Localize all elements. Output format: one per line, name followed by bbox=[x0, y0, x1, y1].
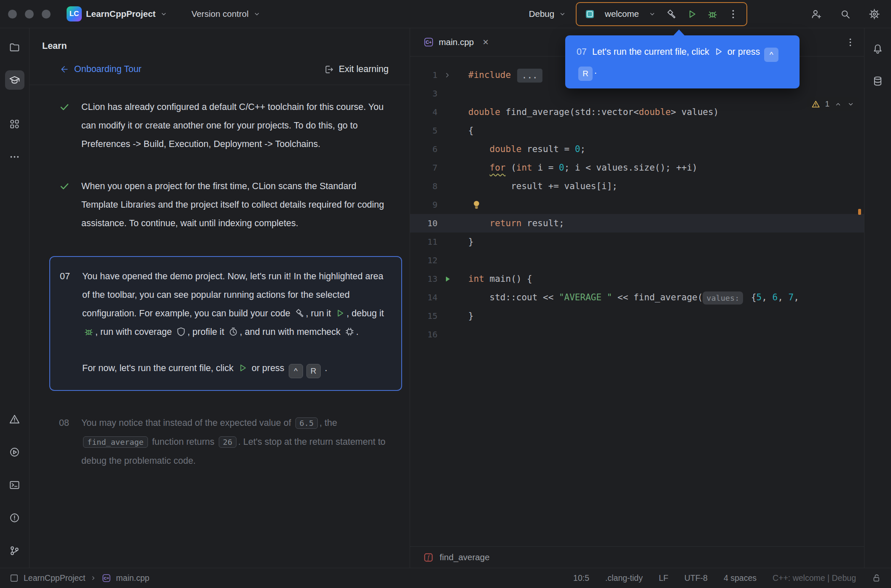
search-icon[interactable] bbox=[840, 8, 851, 20]
code-text bbox=[457, 325, 468, 344]
status-file-name[interactable]: main.cpp bbox=[116, 573, 149, 583]
line-number[interactable]: 4 bbox=[410, 103, 437, 121]
more-tool-windows-button[interactable] bbox=[5, 147, 24, 166]
zoom-window-button[interactable] bbox=[42, 10, 51, 19]
line-number[interactable]: 12 bbox=[410, 251, 437, 270]
gutter-slot bbox=[437, 140, 457, 158]
version-control-widget[interactable]: Version control bbox=[191, 9, 261, 19]
line-number[interactable]: 1 bbox=[410, 66, 437, 84]
status-project-name[interactable]: LearnCppProject bbox=[24, 573, 85, 583]
step-number: 08 bbox=[59, 414, 81, 470]
tab-main-cpp[interactable]: C+ main.cpp × bbox=[423, 37, 488, 48]
line-number[interactable]: 8 bbox=[410, 177, 437, 195]
line-number[interactable]: 13 bbox=[410, 270, 437, 288]
settings-gear-icon[interactable] bbox=[869, 8, 880, 20]
memcheck-icon bbox=[344, 326, 355, 337]
analyzer-label[interactable]: .clang-tidy bbox=[605, 573, 643, 583]
code-line[interactable]: 9 bbox=[410, 195, 864, 214]
editor-options-kebab-icon[interactable] bbox=[845, 37, 856, 48]
status-bar: LearnCppProject C+ main.cpp 10:5 .clang-… bbox=[0, 568, 891, 588]
code-text: std::cout << "AVERAGE " << find_average(… bbox=[457, 288, 799, 307]
line-number[interactable]: 10 bbox=[410, 214, 437, 233]
inspections-tool-button[interactable] bbox=[5, 508, 24, 527]
run-icon bbox=[713, 46, 724, 57]
next-problem-chevron-down-icon[interactable] bbox=[847, 100, 855, 108]
code-line[interactable]: 6 double result = 0; bbox=[410, 140, 864, 158]
line-ending-label[interactable]: LF bbox=[659, 573, 668, 583]
code-line[interactable]: 16 bbox=[410, 325, 864, 344]
encoding-label[interactable]: UTF-8 bbox=[684, 573, 708, 583]
chevron-down-icon bbox=[253, 10, 261, 18]
onboarding-tour-back-link[interactable]: Onboarding Tour bbox=[59, 64, 142, 75]
notifications-tool-button[interactable] bbox=[868, 39, 888, 59]
code-editor[interactable]: 1#include ...34double find_average(std::… bbox=[410, 56, 864, 546]
gutter-slot bbox=[437, 177, 457, 195]
exit-icon bbox=[324, 64, 334, 75]
fold-chevron-icon[interactable] bbox=[437, 66, 457, 84]
code-line[interactable]: 7 for (int i = 0; i < values.size(); ++i… bbox=[410, 158, 864, 177]
line-number[interactable]: 16 bbox=[410, 325, 437, 344]
services-tool-button[interactable] bbox=[5, 442, 24, 462]
exit-learning-button[interactable]: Exit learning bbox=[324, 64, 389, 75]
debug-button[interactable] bbox=[707, 8, 718, 20]
code-line[interactable]: 13int main() { bbox=[410, 270, 864, 288]
code-chip: find_average bbox=[83, 436, 148, 448]
code-text: #include ... bbox=[457, 66, 543, 84]
indent-label[interactable]: 4 spaces bbox=[724, 573, 757, 583]
line-number[interactable]: 11 bbox=[410, 233, 437, 251]
code-text: { bbox=[457, 121, 474, 140]
run-line-icon[interactable] bbox=[437, 270, 457, 288]
bulb-icon[interactable] bbox=[471, 199, 482, 210]
database-tool-button[interactable] bbox=[868, 71, 888, 91]
terminal-tool-button[interactable] bbox=[5, 475, 24, 494]
unlock-icon[interactable] bbox=[872, 573, 882, 583]
close-tab-icon[interactable]: × bbox=[483, 37, 488, 47]
line-number[interactable]: 9 bbox=[410, 195, 437, 214]
code-line[interactable]: 10 return result; bbox=[410, 214, 864, 233]
more-actions-kebab-icon[interactable] bbox=[727, 8, 739, 20]
code-line[interactable]: 12 bbox=[410, 251, 864, 270]
line-number[interactable]: 3 bbox=[410, 84, 437, 103]
run-icon bbox=[335, 308, 345, 318]
problems-tool-button[interactable] bbox=[5, 409, 24, 429]
onboarding-step: CLion has already configured a default C… bbox=[59, 98, 389, 153]
error-stripe-mark[interactable] bbox=[858, 209, 861, 215]
project-widget[interactable]: LC LearnCppProject bbox=[67, 6, 168, 21]
code-line[interactable]: 11} bbox=[410, 233, 864, 251]
breadcrumb-function-name[interactable]: find_average bbox=[440, 552, 490, 562]
code-line[interactable]: 15} bbox=[410, 307, 864, 325]
line-number[interactable]: 7 bbox=[410, 158, 437, 177]
code-line[interactable]: 8 result += values[i]; bbox=[410, 177, 864, 195]
code-line[interactable]: 14 std::cout << "AVERAGE " << find_avera… bbox=[410, 288, 864, 307]
svg-text:C+: C+ bbox=[104, 576, 110, 580]
onboarding-step: 08You may notice that instead of the exp… bbox=[59, 414, 389, 470]
git-tool-button[interactable] bbox=[5, 541, 24, 560]
line-number[interactable]: 14 bbox=[410, 288, 437, 307]
minimize-window-button[interactable] bbox=[25, 10, 34, 19]
caret-position[interactable]: 10:5 bbox=[573, 573, 589, 583]
code-line[interactable]: 4double find_average(std::vector<double>… bbox=[410, 103, 864, 121]
profile-icon bbox=[228, 326, 239, 337]
structure-tool-button[interactable] bbox=[5, 114, 24, 134]
chevron-down-icon bbox=[160, 10, 168, 18]
project-folder-icon[interactable] bbox=[5, 37, 24, 57]
run-button[interactable] bbox=[686, 8, 698, 20]
code-line[interactable]: 5{ bbox=[410, 121, 864, 140]
check-icon bbox=[59, 102, 70, 112]
gutter-slot bbox=[437, 158, 457, 177]
line-number[interactable]: 15 bbox=[410, 307, 437, 325]
debug-mode-selector[interactable]: Debug bbox=[529, 9, 566, 19]
learn-tool-button[interactable] bbox=[5, 70, 24, 90]
close-window-button[interactable] bbox=[8, 10, 17, 19]
run-config-icon[interactable] bbox=[584, 8, 596, 20]
add-user-icon[interactable] bbox=[810, 8, 822, 20]
run-config-name[interactable]: welcome bbox=[605, 9, 639, 19]
learn-panel-title: Learn bbox=[30, 28, 410, 51]
gutter-slot bbox=[437, 307, 457, 325]
line-number[interactable]: 6 bbox=[410, 140, 437, 158]
build-button[interactable] bbox=[666, 8, 677, 20]
prev-problem-chevron-up-icon[interactable] bbox=[834, 100, 842, 108]
right-tool-strip bbox=[864, 28, 891, 568]
line-number[interactable]: 5 bbox=[410, 121, 437, 140]
chevron-down-icon[interactable] bbox=[648, 10, 656, 18]
